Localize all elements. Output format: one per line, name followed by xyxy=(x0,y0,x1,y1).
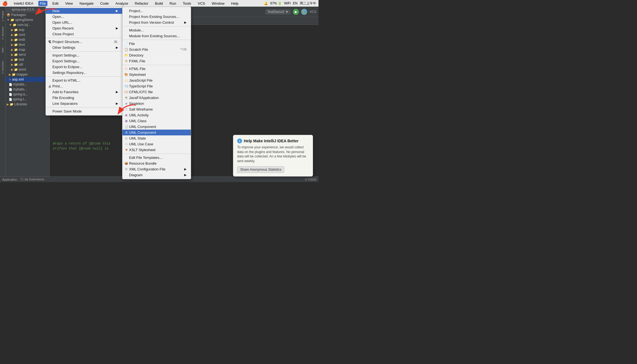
menu-item-powersavemode[interactable]: Power Save Mode xyxy=(46,108,122,114)
menu-item-xslt[interactable]: ✱ XSLT Stylesheet xyxy=(122,147,191,153)
menu-item-umlcomponent[interactable]: ⬜ UML Component xyxy=(122,124,191,130)
menu-item-file[interactable]: 📄 File xyxy=(122,41,191,47)
debug-button[interactable]: 🐛 xyxy=(301,9,307,15)
menu-item-fxml[interactable]: ⚙ FXML File xyxy=(122,58,191,64)
tree-item-aopxml[interactable]: ⚙ aop.xml xyxy=(6,77,49,82)
menu-item-print[interactable]: 🖨 Print... xyxy=(46,83,122,89)
menu-item-addtofavorites[interactable]: Add to Favorites ▶ xyxy=(46,89,122,95)
menu-item-open[interactable]: Open... xyxy=(46,14,122,20)
menu-item-scratch[interactable]: 📋 Scratch File ^⇧N xyxy=(122,47,191,52)
menu-item-importsettings[interactable]: Import Settings... xyxy=(46,52,122,58)
tree-item-cont[interactable]: ▶ 📁 cont xyxy=(6,32,49,37)
menu-item-umlclass[interactable]: ▣ UML Class xyxy=(122,118,191,124)
tree-item-map[interactable]: ▶ 📁 map xyxy=(6,47,49,52)
project-panel-title: spring-aop-4.2.4... xyxy=(12,8,36,11)
sidebar-item-project[interactable]: 1: Project xyxy=(0,8,5,24)
tree-item-itext[interactable]: ▶ 📁 itext xyxy=(6,42,49,47)
menu-item-project-existing[interactable]: Project from Existing Sources... xyxy=(122,14,191,20)
apple-menu[interactable]: 🍎 xyxy=(2,1,8,6)
tree-item-mapper[interactable]: ▶ 📁 mapper xyxy=(6,72,49,77)
menu-item-projectstructure[interactable]: 🏗 Project Structure... ⌘; xyxy=(46,39,122,45)
menu-item-project[interactable]: Project... xyxy=(122,8,191,14)
menu-item-umlsequence[interactable]: ≣ UML Component xyxy=(122,130,191,135)
menu-item-jsfile[interactable]: JS JavaScript File xyxy=(122,77,191,83)
menubar-analyze[interactable]: Analyze xyxy=(114,1,130,6)
menu-item-cfml[interactable]: CF CFML/CFC file xyxy=(122,89,191,95)
menu-item-umlstate[interactable]: ◎ UML State xyxy=(122,135,191,141)
tree-item-word[interactable]: ▶ 📁 word xyxy=(6,67,49,72)
menu-item-resourcebundle[interactable]: 📦 Resource Bundle xyxy=(122,160,191,166)
menubar-run[interactable]: Run xyxy=(168,1,178,6)
menu-item-htmlfile-label: HTML File xyxy=(129,67,145,71)
menu-item-htmlfile[interactable]: ⬡ HTML File xyxy=(122,66,191,72)
sidebar-item-structure[interactable]: 2: Structure xyxy=(0,25,5,41)
menubar-code[interactable]: Code xyxy=(98,1,110,6)
run-button[interactable]: ▶ xyxy=(293,9,299,15)
file-menu: New ▶ Open... Open URL... Open Recent ▶ … xyxy=(46,7,123,116)
menu-item-othersettings[interactable]: Other Settings ▶ xyxy=(46,45,122,50)
tree-item-util[interactable]: ▶ 📁 util xyxy=(6,62,49,67)
menubar-refactor[interactable]: Refactor xyxy=(133,1,150,6)
cfml-icon: CF xyxy=(124,90,129,94)
vcs-label[interactable]: VCS xyxy=(309,10,316,14)
menu-item-project-vcs[interactable]: Project from Version Control ▶ xyxy=(122,20,191,25)
menu-item-settingsrepo[interactable]: Settings Repository... xyxy=(46,70,122,76)
tree-item-libraries[interactable]: ▶ 📁 Libraries xyxy=(6,102,49,107)
menu-item-singleton[interactable]: ◈ Singleton xyxy=(122,101,191,106)
menu-item-openurl[interactable]: Open URL... xyxy=(46,20,122,25)
menu-item-xmlconfig[interactable]: ⚙ XML Configuration File ▶ xyxy=(122,166,191,172)
tree-item-springl[interactable]: 📄 spring-l... xyxy=(6,97,49,102)
menu-item-stylesheet[interactable]: 🎨 Stylesheet xyxy=(122,72,191,77)
menu-item-umlusecase[interactable]: ⬭ UML Use Case xyxy=(122,141,191,147)
menu-item-exporteclipse[interactable]: Export to Eclipse... xyxy=(46,64,122,70)
menu-item-saltwireframe[interactable]: ⬡ Salt Wireframe xyxy=(122,106,191,112)
menubar-vcs[interactable]: VCS xyxy=(196,1,207,6)
menu-item-new[interactable]: New ▶ xyxy=(46,8,122,14)
menu-item-openrecent[interactable]: Open Recent ▶ xyxy=(46,25,122,31)
share-anonymous-stats-button[interactable]: Share Anonymous Statistics xyxy=(237,166,284,173)
menubar-window[interactable]: Window xyxy=(210,1,226,6)
menubar-build[interactable]: Build xyxy=(153,1,165,6)
help-tooltip-title-text: Help Make IntelliJ IDEA Better xyxy=(244,139,299,143)
sidebar-item-favorites[interactable]: 2: Favorites xyxy=(0,59,5,76)
sidebar-item-web[interactable]: Web xyxy=(0,42,5,58)
menubar-help[interactable]: Help xyxy=(229,1,240,6)
menu-item-directory[interactable]: 📁 Directory xyxy=(122,52,191,58)
menu-item-diagram[interactable]: Diagram ▶ xyxy=(122,172,191,178)
tree-item-mybatis2[interactable]: 📄 mybatis... xyxy=(6,87,49,92)
tree-item-packages[interactable]: 📦 Packages xyxy=(6,12,49,17)
menu-item-closeproject[interactable]: Close Project xyxy=(46,31,122,37)
menu-item-lineseparators[interactable]: Line Separators ▶ xyxy=(46,101,122,106)
menubar-edit[interactable]: Edit xyxy=(51,1,60,6)
menu-item-module[interactable]: Module... xyxy=(122,27,191,33)
tree-item-test[interactable]: ▶ 📁 test xyxy=(6,57,49,62)
menu-item-fileencoding[interactable]: File Encoding xyxy=(46,95,122,101)
tree-item-springdemo[interactable]: ▼ 📁 springDemo xyxy=(6,17,49,22)
menubar-file[interactable]: File xyxy=(38,1,47,6)
menu-item-tsfile[interactable]: TS TypeScript File xyxy=(122,83,191,89)
menu-item-exporthtml[interactable]: Export to HTML... xyxy=(46,77,122,83)
menu-item-umlactivity[interactable]: ◉ UML Activity xyxy=(122,112,191,118)
new-sep-4 xyxy=(122,154,191,154)
menu-item-javafx[interactable]: ☕ JavaFXApplication xyxy=(122,95,191,101)
tree-item-entit[interactable]: ▶ 📁 entit xyxy=(6,37,49,42)
tree-item-comluj[interactable]: ▼ 📁 com.luj... xyxy=(6,22,49,27)
run-config[interactable]: TestDemo3 ▼ xyxy=(265,9,291,15)
tree-item-springa[interactable]: 📄 spring-a... xyxy=(6,92,49,97)
menu-item-exportsettings[interactable]: Export Settings... xyxy=(46,58,122,64)
menu-item-module-existing[interactable]: Module from Existing Sources... xyxy=(122,33,191,39)
menu-item-exportsettings-label: Export Settings... xyxy=(52,59,80,63)
menu-item-openrecent-label: Open Recent xyxy=(52,26,74,30)
arrow-icon: ▶ xyxy=(184,173,186,177)
menubar-app-name[interactable]: IntelliJ IDEA xyxy=(12,1,35,6)
tree-item-aop[interactable]: ▶ 📁 aop xyxy=(6,27,49,32)
menu-item-edittemplates[interactable]: Edit File Templates... xyxy=(122,155,191,160)
menubar-navigate[interactable]: Navigate xyxy=(78,1,95,6)
arrow-icon: ▶ xyxy=(116,26,118,30)
run-config-dropdown-icon[interactable]: ▼ xyxy=(285,10,288,14)
tree-item-servi[interactable]: ▶ 📁 servi xyxy=(6,52,49,57)
menubar-view[interactable]: View xyxy=(63,1,74,6)
singleton-icon: ◈ xyxy=(124,101,129,106)
menubar-tools[interactable]: Tools xyxy=(181,1,193,6)
tree-item-mybatis1[interactable]: 📄 mybatis... xyxy=(6,82,49,87)
